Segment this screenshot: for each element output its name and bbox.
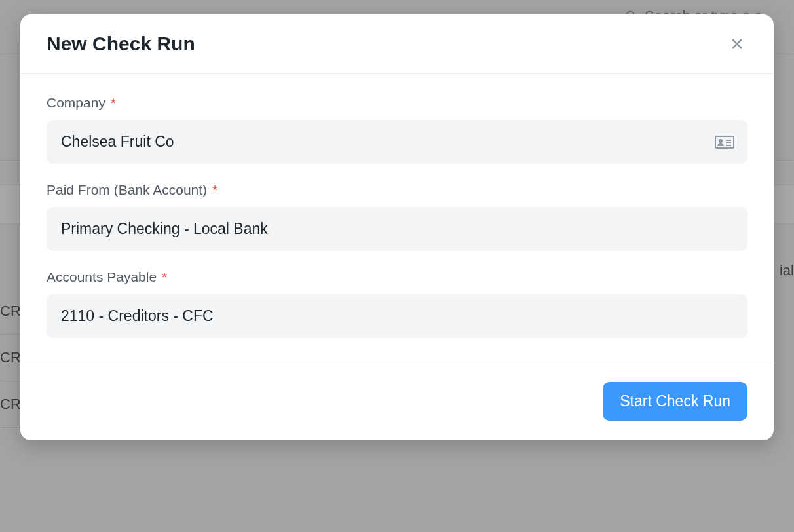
close-icon [729, 36, 745, 52]
modal-footer: Start Check Run [20, 362, 774, 440]
id-card-icon[interactable] [715, 134, 734, 150]
paid-from-input[interactable] [47, 207, 747, 251]
close-button[interactable] [727, 33, 747, 54]
paid-from-input-wrapper [47, 207, 747, 251]
required-asterisk: * [111, 95, 116, 110]
accounts-payable-label: Accounts Payable * [47, 269, 747, 285]
modal-overlay: New Check Run Company * [0, 0, 794, 532]
modal-body: Company * Paid From (Bank Account) * [20, 74, 774, 362]
modal-title: New Check Run [47, 33, 195, 55]
required-asterisk: * [162, 269, 167, 284]
company-input[interactable] [47, 120, 747, 164]
company-field-group: Company * [47, 95, 747, 164]
start-check-run-button[interactable]: Start Check Run [603, 382, 747, 421]
accounts-payable-label-text: Accounts Payable [47, 269, 157, 284]
modal-header: New Check Run [20, 14, 774, 74]
paid-from-label-text: Paid From (Bank Account) [47, 182, 207, 197]
accounts-payable-input[interactable] [47, 294, 747, 338]
svg-point-5 [719, 139, 723, 143]
company-label: Company * [47, 95, 747, 111]
new-check-run-modal: New Check Run Company * [20, 14, 774, 440]
company-label-text: Company [47, 95, 105, 110]
paid-from-label: Paid From (Bank Account) * [47, 182, 747, 198]
paid-from-field-group: Paid From (Bank Account) * [47, 182, 747, 251]
accounts-payable-field-group: Accounts Payable * [47, 269, 747, 338]
accounts-payable-input-wrapper [47, 294, 747, 338]
required-asterisk: * [212, 182, 217, 197]
company-input-wrapper [47, 120, 747, 164]
